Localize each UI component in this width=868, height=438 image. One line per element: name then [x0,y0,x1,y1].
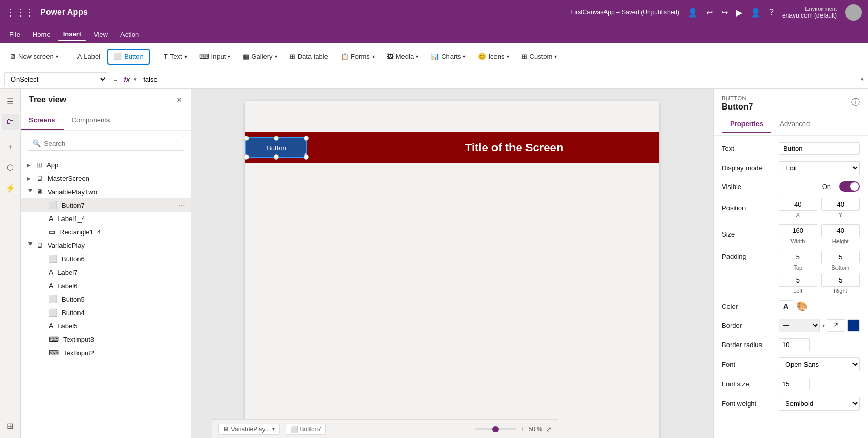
properties-content: Text Display mode Edit Visible On [714,136,868,423]
datatable-icon: ⊞ [290,53,296,60]
size-height-input[interactable] [822,224,860,237]
label-button[interactable]: A Label [72,50,105,64]
forms-button[interactable]: 📋 Forms ▾ [335,50,380,64]
tree-item-button7[interactable]: ▶ ⬜ Button7 ··· [21,198,191,212]
button7-canvas[interactable]: Button ✛ [245,137,307,158]
prop-display-mode: Display mode Edit [722,161,860,175]
font-weight-select[interactable]: Semibold [779,397,860,411]
padding-right-input[interactable] [822,274,860,287]
tree-item-label5[interactable]: ▶ A Label5 [21,319,191,333]
button-button[interactable]: ⬜ Button [107,49,150,65]
text-prop-input[interactable] [779,142,860,155]
color-swatch-icon[interactable]: 🎨 [796,301,808,312]
tree-item-button6[interactable]: ▶ ⬜ Button6 [21,252,191,265]
icons-button[interactable]: 😊 Icons ▾ [473,50,514,64]
text-button[interactable]: T Text ▾ [159,50,192,64]
screen-badge[interactable]: 🖥 VariablePlay... ▾ [218,424,280,435]
gallery-btn-label: Gallery [251,53,272,60]
tree-item-button5[interactable]: ▶ ⬜ Button5 [21,292,191,306]
fit-screen-icon[interactable]: ⤢ [546,425,552,433]
right-panel-tabs: Properties Advanced [722,116,860,133]
padding-left-input[interactable] [779,274,817,287]
menu-home[interactable]: Home [27,28,56,40]
add-icon[interactable]: ＋ [2,138,19,155]
padding-top-input[interactable] [779,251,817,263]
visible-toggle[interactable] [839,181,860,192]
custom-button[interactable]: ⊞ Custom ▾ [517,50,563,64]
size-width-input[interactable] [779,224,817,237]
charts-button[interactable]: 📊 Charts ▾ [426,50,471,64]
tab-advanced[interactable]: Advanced [771,116,818,133]
border-width-input[interactable] [827,319,845,332]
padding-label: Padding [722,253,779,260]
person-icon[interactable]: 👤 [751,8,761,18]
color-a-icon[interactable]: A [779,300,793,312]
tree-item-label6[interactable]: ▶ A Label6 [21,279,191,292]
tree-item-textinput3[interactable]: ▶ ⌨ TextInput3 [21,333,191,346]
components-icon[interactable]: ⊞ [2,417,19,434]
position-y-input[interactable] [822,198,860,211]
main-content: ☰ 🗂 ＋ ⬡ ⚡ ⊞ Tree view ✕ Screens Componen… [0,89,868,438]
input-button[interactable]: ⌨ Input ▾ [194,50,236,64]
tab-screens[interactable]: Screens [21,111,64,130]
tree-item-variableplay[interactable]: ▶ 🖥 VariablePlay [21,239,191,252]
zoom-out-icon[interactable]: － [466,425,472,433]
sidebar-close-icon[interactable]: ✕ [176,96,182,104]
tree-view-icon[interactable]: 🗂 [2,114,19,130]
tree-item-button4[interactable]: ▶ ⬜ Button4 [21,306,191,319]
search-input[interactable] [44,139,179,147]
menu-action[interactable]: Action [115,28,144,40]
tab-properties[interactable]: Properties [722,116,771,133]
position-x-input[interactable] [779,198,817,211]
menu-file[interactable]: File [4,28,25,40]
media-button[interactable]: 🖼 Media ▾ [382,50,424,64]
zoom-value: 50 % [529,426,542,433]
gallery-chevron: ▾ [275,54,277,59]
handle-bl [244,154,249,160]
element-badge[interactable]: ⬜ Button7 [286,424,326,435]
datatable-button[interactable]: ⊞ Data table [285,50,333,64]
sidebar-search-box[interactable]: 🔍 [27,136,184,151]
button6-icon: ⬜ [49,255,57,263]
redo-icon[interactable]: ↪ [721,8,728,18]
menu-toggle-icon[interactable]: ☰ [2,93,19,110]
more-icon-button7[interactable]: ··· [178,201,184,209]
play-icon[interactable]: ▶ [736,8,742,18]
formula-select[interactable]: OnSelect [4,72,107,86]
panel-help-icon[interactable]: ⓘ [851,97,860,108]
tree-item-label1-4[interactable]: ▶ A Label1_4 [21,212,191,225]
connections-icon[interactable]: ⚡ [2,180,19,196]
tree-item-label7[interactable]: ▶ A Label7 [21,265,191,279]
tree-item-variableplaytwo[interactable]: ▶ 🖥 VariablePlayTwo [21,185,191,198]
expand-icon[interactable]: ▾ [861,76,864,83]
undo-icon[interactable]: ↩ [706,8,713,18]
border-color-swatch[interactable] [847,319,860,332]
grid-icon[interactable]: ⋮⋮⋮ [6,7,34,18]
label6-label: Label6 [57,282,184,290]
zoom-in-icon[interactable]: ＋ [519,425,525,433]
share-icon[interactable]: 👤 [688,8,698,18]
border-style-select[interactable]: — [779,319,820,332]
gallery-button[interactable]: ▦ Gallery ▾ [238,50,282,64]
tree-item-textinput2[interactable]: ▶ ⌨ TextInput2 [21,346,191,359]
menu-insert[interactable]: Insert [58,28,86,41]
font-size-input[interactable] [779,378,810,390]
prop-text: Text [722,142,860,155]
user-avatar[interactable] [845,4,862,21]
help-icon[interactable]: ? [769,8,774,17]
font-select[interactable]: Open Sans [779,357,860,371]
border-radius-input[interactable] [779,338,810,351]
tab-components[interactable]: Components [64,111,118,130]
canvas-area[interactable]: Button ✛ Title of the Screen 🖥 VariableP… [191,89,713,438]
menu-view[interactable]: View [88,28,113,40]
canvas[interactable]: Button ✛ Title of the Screen [245,101,659,438]
formula-input[interactable] [141,73,857,85]
tree-item-rectangle1-4[interactable]: ▶ ▭ Rectangle1_4 [21,225,191,239]
tree-item-masterscreen[interactable]: ▶ 🖥 MasterScreen [21,171,191,185]
tree-item-app[interactable]: ▶ ⊞ App [21,158,191,171]
new-screen-button[interactable]: 🖥 New screen ▾ [4,50,64,64]
data-icon[interactable]: ⬡ [2,159,19,176]
zoom-slider[interactable] [475,428,516,430]
padding-bottom-input[interactable] [822,251,860,263]
display-mode-select[interactable]: Edit [779,161,860,175]
